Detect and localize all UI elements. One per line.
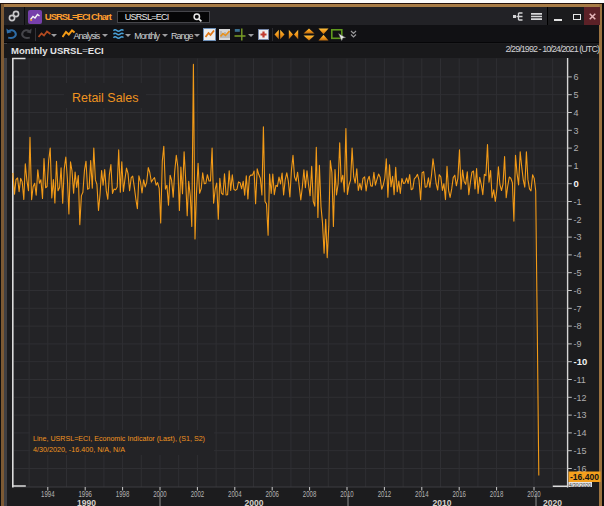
svg-text:2020: 2020 — [527, 489, 541, 499]
svg-text:-10: -10 — [574, 356, 588, 367]
svg-text:3: 3 — [574, 126, 579, 136]
svg-text:-3: -3 — [574, 232, 582, 242]
svg-text:-14: -14 — [574, 428, 587, 438]
svg-text:-5: -5 — [574, 268, 582, 278]
svg-text:-2: -2 — [574, 215, 582, 225]
svg-text:1994: 1994 — [41, 489, 55, 499]
svg-text:2010: 2010 — [433, 497, 452, 506]
svg-text:1998: 1998 — [116, 489, 130, 499]
svg-text:4/30/2020: 4/30/2020 — [569, 482, 592, 488]
svg-text:2020: 2020 — [543, 497, 562, 506]
svg-text:-11: -11 — [574, 375, 586, 385]
svg-text:6: 6 — [574, 72, 579, 82]
svg-text:2016: 2016 — [452, 489, 466, 499]
svg-text:Line, USRSL=ECI, Economic Indi: Line, USRSL=ECI, Economic Indicator (Las… — [33, 434, 205, 443]
svg-text:2010: 2010 — [340, 489, 354, 499]
svg-text:4/30/2020, -16.400, N/A, N/A: 4/30/2020, -16.400, N/A, N/A — [33, 445, 126, 454]
svg-text:-4: -4 — [574, 250, 582, 260]
svg-text:2002: 2002 — [191, 489, 205, 499]
svg-text:-13: -13 — [574, 410, 587, 420]
svg-text:2: 2 — [574, 143, 579, 153]
svg-text:2012: 2012 — [378, 489, 392, 499]
svg-text:1990: 1990 — [77, 497, 96, 506]
svg-text:2008: 2008 — [303, 489, 317, 499]
svg-text:-12: -12 — [574, 393, 587, 403]
svg-text:-1: -1 — [574, 197, 582, 207]
svg-text:2004: 2004 — [228, 489, 242, 499]
svg-text:-7: -7 — [574, 304, 582, 314]
svg-text:0: 0 — [574, 178, 579, 189]
svg-text:-9: -9 — [574, 339, 582, 349]
svg-text:4: 4 — [574, 108, 579, 118]
svg-text:Retail Sales: Retail Sales — [72, 91, 139, 105]
svg-text:2006: 2006 — [265, 489, 279, 499]
svg-text:2000: 2000 — [245, 497, 264, 506]
svg-text:-6: -6 — [574, 286, 582, 296]
svg-text:-8: -8 — [574, 321, 582, 331]
svg-text:2018: 2018 — [490, 489, 504, 499]
svg-text:1: 1 — [574, 161, 579, 171]
svg-text:-15: -15 — [574, 446, 587, 456]
svg-text:2014: 2014 — [415, 489, 429, 499]
svg-text:5: 5 — [574, 90, 579, 100]
svg-text:-16.400: -16.400 — [570, 471, 599, 482]
